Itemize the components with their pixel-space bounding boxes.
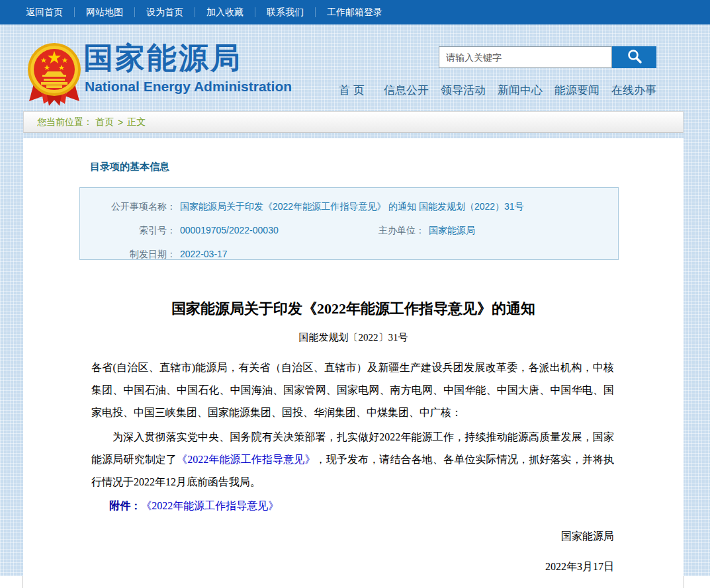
topbar-link-sitemap[interactable]: 网站地图 [74,7,134,17]
nav-item-info-disclosure[interactable]: 信息公开 [378,83,435,98]
attachment-link[interactable]: 《2022年能源工作指导意见》 [141,500,279,511]
info-value-issue-date: 2022-03-17 [180,242,228,266]
topbar-link-mail-login[interactable]: 工作邮箱登录 [315,7,394,17]
nav-item-online-service[interactable]: 在线办事 [605,83,656,98]
article-paragraph-addressees: 各省(自治区、直辖市)能源局，有关省（自治区、直辖市）及新疆生产建设兵团发展改革… [91,357,614,424]
site-header: 国家能源局 National Energy Administration 首 页… [0,24,710,111]
breadcrumb-separator: > [114,117,127,128]
national-emblem-logo[interactable] [26,40,82,108]
info-label-name: 公开事项名称： [80,194,176,218]
guidance-opinion-inline-link[interactable]: 《2022年能源工作指导意见》 [177,454,316,465]
info-row-index-org: 索引号： 000019705/2022-00030 主办单位： 国家能源局 [80,218,618,242]
catalog-info-heading: 目录项的基本信息 [90,161,169,173]
info-label-issue-date: 制发日期： [80,242,176,266]
search-input[interactable] [439,46,612,68]
info-value-org: 国家能源局 [429,218,475,242]
nav-item-home[interactable]: 首 页 [333,83,378,98]
search-icon [627,48,643,66]
info-label-org: 主办单位： [345,218,425,242]
site-title: 国家能源局 [83,42,242,75]
topbar-link-contact[interactable]: 联系我们 [255,7,315,17]
breadcrumb-prefix: 您当前位置： [37,116,93,128]
national-emblem-icon [26,40,82,108]
breadcrumb-current: 正文 [127,116,146,128]
info-label-index: 索引号： [80,218,176,242]
document-number: 国能发规划〔2022〕31号 [23,331,684,344]
nav-item-energy-news[interactable]: 能源要闻 [549,83,605,98]
topbar: 返回首页 网站地图 设为首页 加入收藏 联系我们 工作邮箱登录 [0,0,710,24]
main-nav: 首 页 信息公开 领导活动 新闻中心 能源要闻 在线办事 [333,83,656,98]
signature-date: 2022年3月17日 [91,556,614,578]
nav-item-news-center[interactable]: 新闻中心 [492,83,549,98]
article-title: 国家能源局关于印发《2022年能源工作指导意见》的通知 [23,299,684,319]
topbar-link-favorite[interactable]: 加入收藏 [195,7,255,17]
content-panel: 目录项的基本信息 公开事项名称： 国家能源局关于印发《2022年能源工作指导意见… [23,138,684,588]
topbar-link-home[interactable]: 返回首页 [15,7,74,17]
search-button[interactable] [612,46,656,68]
site-title-english: National Energy Administration [85,79,292,95]
topbar-link-set-homepage[interactable]: 设为首页 [134,7,195,17]
attachment-line: 附件：《2022年能源工作指导意见》 [91,495,614,517]
info-value-name: 国家能源局关于印发《2022年能源工作指导意见》 的通知 国能发规划（2022）… [180,194,524,218]
info-row-date: 制发日期： 2022-03-17 [80,242,618,266]
article-body: 各省(自治区、直辖市)能源局，有关省（自治区、直辖市）及新疆生产建设兵团发展改革… [91,357,614,578]
info-row-name: 公开事项名称： 国家能源局关于印发《2022年能源工作指导意见》 的通知 国能发… [80,194,618,218]
info-value-index: 000019705/2022-00030 [180,218,345,242]
breadcrumb: 您当前位置： 首页 > 正文 [23,111,684,133]
signature-org: 国家能源局 [91,525,614,548]
article-paragraph-main: 为深入贯彻落实党中央、国务院有关决策部署，扎实做好2022年能源工作，持续推动能… [91,426,614,493]
catalog-info-box: 公开事项名称： 国家能源局关于印发《2022年能源工作指导意见》 的通知 国能发… [79,187,619,260]
bottom-left-strip [0,576,23,588]
breadcrumb-home-link[interactable]: 首页 [95,116,114,128]
attachment-label: 附件： [109,500,141,511]
bottom-right-strip [684,576,710,588]
nav-item-leadership[interactable]: 领导活动 [435,83,492,98]
